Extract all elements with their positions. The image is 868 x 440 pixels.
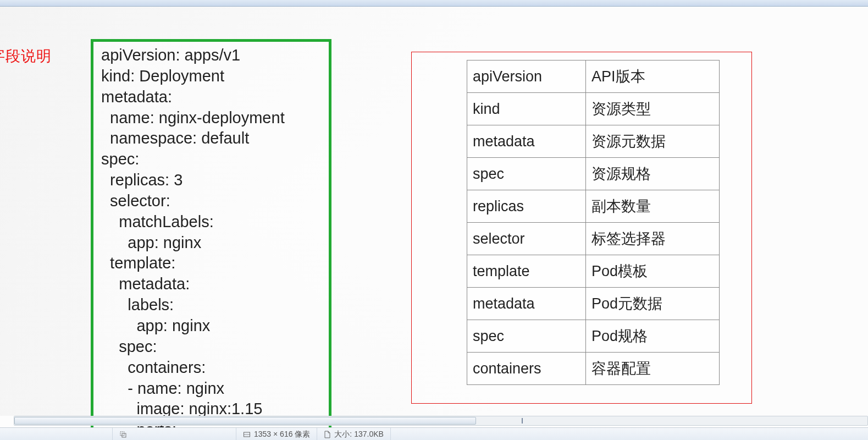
field-desc-cell: 容器配置 bbox=[586, 353, 720, 385]
field-key-cell: metadata bbox=[467, 125, 586, 158]
field-key-cell: spec bbox=[467, 320, 586, 353]
table-row: containers容器配置 bbox=[467, 353, 720, 385]
table-row: replicas副本数量 bbox=[467, 190, 720, 223]
field-desc-cell: 资源类型 bbox=[586, 93, 720, 125]
field-key-cell: metadata bbox=[467, 288, 586, 320]
table-row: specPod规格 bbox=[467, 320, 720, 353]
status-segment-tool bbox=[113, 428, 236, 440]
dimensions-icon bbox=[243, 431, 251, 438]
field-desc-cell: Pod元数据 bbox=[586, 288, 720, 320]
field-desc-cell: 资源元数据 bbox=[586, 125, 720, 158]
table-row: selector标签选择器 bbox=[467, 223, 720, 255]
field-desc-cell: API版本 bbox=[586, 61, 720, 93]
table-row: apiVersionAPI版本 bbox=[467, 61, 720, 93]
section-heading-field-description: 字段说明 bbox=[0, 46, 52, 66]
scrollbar-thumb[interactable] bbox=[14, 417, 476, 425]
scrollbar-marker bbox=[522, 418, 523, 424]
status-segment-filesize: 大小: 137.0KB bbox=[317, 428, 391, 440]
crop-icon bbox=[119, 431, 127, 438]
table-row: kind资源类型 bbox=[467, 93, 720, 125]
field-key-cell: template bbox=[467, 255, 586, 288]
yaml-example-block: apiVersion: apps/v1 kind: Deployment met… bbox=[91, 39, 331, 434]
field-key-cell: replicas bbox=[467, 190, 586, 223]
status-dimensions-text: 1353 × 616 像素 bbox=[254, 430, 310, 439]
field-key-cell: kind bbox=[467, 93, 586, 125]
table-row: metadataPod元数据 bbox=[467, 288, 720, 320]
field-desc-cell: 副本数量 bbox=[586, 190, 720, 223]
field-key-cell: spec bbox=[467, 158, 586, 190]
status-bar: 1353 × 616 像素 大小: 137.0KB bbox=[0, 427, 868, 440]
table-row: spec资源规格 bbox=[467, 158, 720, 190]
status-segment-blank bbox=[0, 428, 113, 440]
field-key-cell: containers bbox=[467, 353, 586, 385]
horizontal-scrollbar[interactable] bbox=[14, 416, 868, 426]
document-canvas: 字段说明 apiVersion: apps/v1 kind: Deploymen… bbox=[0, 7, 868, 416]
field-definitions-table: apiVersionAPI版本kind资源类型metadata资源元数据spec… bbox=[467, 60, 720, 385]
field-key-cell: selector bbox=[467, 223, 586, 255]
status-filesize-text: 大小: 137.0KB bbox=[334, 430, 384, 439]
filesize-icon bbox=[324, 431, 331, 438]
table-row: templatePod模板 bbox=[467, 255, 720, 288]
field-desc-cell: 资源规格 bbox=[586, 158, 720, 190]
field-definitions-panel: apiVersionAPI版本kind资源类型metadata资源元数据spec… bbox=[411, 52, 752, 404]
window-title-bar bbox=[0, 0, 868, 7]
table-row: metadata资源元数据 bbox=[467, 125, 720, 158]
field-desc-cell: 标签选择器 bbox=[586, 223, 720, 255]
field-desc-cell: Pod规格 bbox=[586, 320, 720, 353]
status-segment-dimensions: 1353 × 616 像素 bbox=[236, 428, 317, 440]
field-key-cell: apiVersion bbox=[467, 61, 586, 93]
field-desc-cell: Pod模板 bbox=[586, 255, 720, 288]
